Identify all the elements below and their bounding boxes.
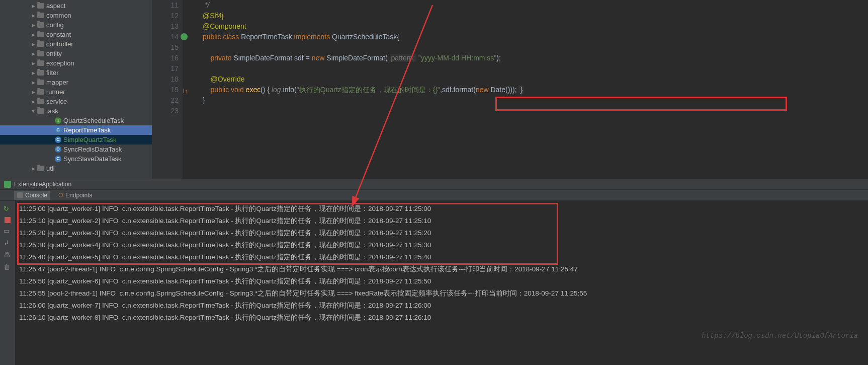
tree-item-util[interactable]: ▶util [0,164,152,173]
gutter-line[interactable]: 17 [152,63,179,74]
tree-item-syncslavedatatask[interactable]: CSyncSlaveDataTask [0,154,152,164]
interface-icon: I [55,117,61,124]
tree-label: SyncRedisDataTask [63,145,122,153]
folder-icon [37,79,44,86]
gutter-line[interactable]: 14 [152,32,179,42]
tree-item-syncredisdatatask[interactable]: CSyncRedisDataTask [0,144,152,154]
gutter-line[interactable]: 16 [152,53,179,63]
log-line[interactable]: 11:25:30 [quartz_worker-4] INFO c.n.exte… [19,239,864,251]
folder-icon [37,12,44,19]
code-editor[interactable]: 111213141516171819I↑2223 */@Slf4j@Compon… [152,0,868,179]
tree-label: controller [46,40,73,48]
log-line[interactable]: 11:26:10 [quartz_worker-8] INFO c.n.exte… [19,312,864,324]
expand-arrow-icon[interactable]: ▶ [30,90,36,95]
code-line[interactable]: } [203,95,868,106]
tree-label: QuartzScheduleTask [63,117,124,124]
expand-arrow-icon[interactable]: ▶ [30,166,36,171]
print-button[interactable]: 🖶 [4,251,12,259]
gutter-line[interactable]: 23 [152,106,179,116]
tree-item-config[interactable]: ▶config [0,20,152,30]
log-line[interactable]: 11:25:20 [quartz_worker-3] INFO c.n.exte… [19,227,864,239]
code-line[interactable]: */ [203,0,868,11]
gutter-line[interactable]: 12 [152,11,179,21]
tree-item-simplequartztask[interactable]: CSimpleQuartzTask [0,135,152,144]
tree-item-reporttimetask[interactable]: CReportTimeTask [0,125,152,135]
console-toolbar: ↻ ▭ ↲ 🖶 🗑 [0,201,15,365]
gutter-line[interactable]: 22 [152,95,179,106]
expand-arrow-icon[interactable]: ▶ [30,51,36,56]
run-config-tab[interactable]: ExtensibleApplication [0,179,868,190]
tree-item-common[interactable]: ▶common [0,11,152,20]
code-line[interactable]: private SimpleDateFormat sdf = new Simpl… [203,53,868,63]
folder-icon [37,89,44,96]
tree-label: ReportTimeTask [63,126,111,134]
console-icon [17,192,23,198]
tree-item-controller[interactable]: ▶controller [0,39,152,49]
tree-item-runner[interactable]: ▶runner [0,87,152,97]
gutter-line[interactable]: 15 [152,42,179,53]
endpoints-icon: ⬡ [58,192,63,198]
log-line[interactable]: 11:25:00 [quartz_worker-1] INFO c.n.exte… [19,203,864,215]
code-line[interactable]: @Component [203,21,868,32]
folder-icon [37,165,44,172]
log-line[interactable]: 11:25:40 [quartz_worker-5] INFO c.n.exte… [19,251,864,263]
gutter-line[interactable]: 19I↑ [152,85,179,95]
tree-item-constant[interactable]: ▶constant [0,30,152,39]
tab-endpoints-label: Endpoints [65,192,92,199]
code-line[interactable] [203,106,868,116]
expand-arrow-icon[interactable]: ▼ [30,109,36,114]
expand-arrow-icon[interactable]: ▶ [30,13,36,18]
project-tree-sidebar[interactable]: ▶aspect▶common▶config▶constant▶controlle… [0,0,152,179]
code-line[interactable] [203,42,868,53]
clear-button[interactable]: 🗑 [4,263,12,271]
tree-label: constant [46,31,71,38]
rerun-button[interactable]: ↻ [4,205,12,213]
tree-item-service[interactable]: ▶service [0,97,152,106]
tab-console[interactable]: Console [14,191,50,200]
tree-label: mapper [46,79,68,86]
stop-button[interactable] [5,217,11,223]
log-line[interactable]: 11:26:00 [quartz_worker-7] INFO c.n.exte… [19,300,864,312]
tab-endpoints[interactable]: ⬡ Endpoints [55,191,95,200]
tree-item-mapper[interactable]: ▶mapper [0,78,152,87]
class-icon: C [55,156,61,162]
tree-label: runner [46,88,65,96]
tree-label: SimpleQuartzTask [63,136,116,143]
expand-arrow-icon[interactable]: ▶ [30,32,36,37]
gutter-line[interactable]: 11 [152,0,179,11]
code-line[interactable]: @Slf4j [203,11,868,21]
log-line[interactable]: 11:25:47 [pool-2-thread-1] INFO c.n.e.co… [19,263,864,275]
expand-arrow-icon[interactable]: ▶ [30,80,36,85]
layout-button[interactable]: ▭ [4,227,12,235]
tree-item-task[interactable]: ▼task [0,106,152,116]
tree-item-quartzscheduletask[interactable]: IQuartzScheduleTask [0,116,152,125]
expand-arrow-icon[interactable]: ▶ [30,99,36,104]
expand-arrow-icon[interactable]: ▶ [30,70,36,76]
code-line[interactable]: public class ReportTimeTask implements Q… [203,32,868,42]
tree-label: entity [46,50,62,57]
log-line[interactable]: 11:25:10 [quartz_worker-2] INFO c.n.exte… [19,215,864,227]
console-output[interactable]: 11:25:00 [quartz_worker-1] INFO c.n.exte… [15,201,868,365]
folder-icon [37,98,44,105]
tree-item-aspect[interactable]: ▶aspect [0,1,152,11]
gutter-line[interactable]: 13 [152,21,179,32]
wrap-button[interactable]: ↲ [4,239,12,247]
tree-item-filter[interactable]: ▶filter [0,68,152,78]
log-line[interactable]: 11:25:55 [pool-2-thread-1] INFO c.n.e.co… [19,287,864,300]
expand-arrow-icon[interactable]: ▶ [30,4,36,9]
tree-item-entity[interactable]: ▶entity [0,49,152,58]
expand-arrow-icon[interactable]: ▶ [30,42,36,47]
log-line[interactable]: 11:25:50 [quartz_worker-6] INFO c.n.exte… [19,275,864,287]
expand-arrow-icon[interactable]: ▶ [30,61,36,66]
code-line[interactable] [203,63,868,74]
gutter-line[interactable]: 18 [152,74,179,85]
code-line[interactable]: public void exec() { log.info("执行的Quartz… [203,85,868,95]
class-icon: C [55,127,61,133]
expand-arrow-icon[interactable]: ▶ [30,23,36,28]
folder-icon [37,3,44,10]
tree-item-exception[interactable]: ▶exception [0,58,152,68]
watermark-text: https://blog.csdn.net/UtopiaOfArtoria [702,332,858,340]
tab-console-label: Console [25,192,47,199]
folder-icon [37,41,44,48]
code-line[interactable]: @Override [203,74,868,85]
